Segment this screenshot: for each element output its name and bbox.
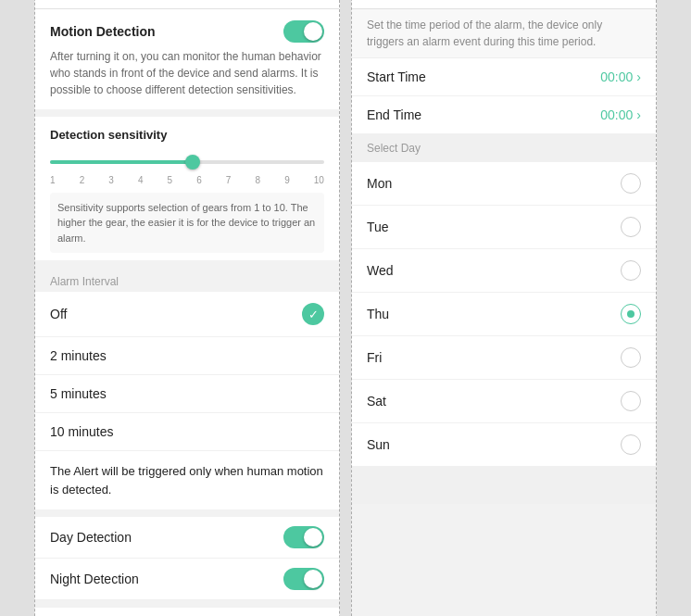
motion-detection-block: Motion Detection After turning it on, yo… [35, 9, 339, 109]
day-radio-sat[interactable] [621, 391, 641, 411]
day-radio-fri[interactable] [621, 347, 641, 368]
day-row-mon[interactable]: Mon [352, 162, 656, 206]
end-time-row[interactable]: End Time 00:00 › [352, 96, 656, 134]
motion-toggle[interactable] [283, 20, 324, 43]
motion-label: Motion Detection [50, 24, 156, 39]
day-label-fri: Fri [367, 350, 382, 365]
day-row-wed[interactable]: Wed [352, 249, 656, 293]
day-label-sat: Sat [367, 394, 386, 409]
motion-description: After turning it on, you can monitor the… [50, 48, 324, 98]
day-row-fri[interactable]: Fri [352, 336, 656, 380]
day-label-thu: Thu [367, 307, 389, 321]
slider-tick-9: 9 [284, 175, 290, 185]
night-detection-label: Night Detection [50, 572, 139, 586]
day-radio-mon[interactable] [621, 173, 641, 194]
motion-toggle-row: Motion Detection [50, 20, 324, 43]
slider-tick-2: 2 [80, 175, 85, 185]
slider-labels: 1 2 3 4 5 6 7 8 9 10 [50, 175, 324, 185]
slider-tick-5: 5 [168, 175, 173, 185]
day-row-sat[interactable]: Sat [352, 380, 656, 423]
alarm-10min-label: 10 minutes [50, 424, 113, 439]
end-time-value-wrapper[interactable]: 00:00 › [600, 107, 641, 122]
alarm-off-item[interactable]: Off [35, 292, 339, 337]
slider-tick-10: 10 [314, 175, 324, 185]
start-time-row[interactable]: Start Time 00:00 › [352, 58, 656, 96]
day-label-tue: Tue [367, 220, 389, 234]
end-time-label: End Time [367, 107, 421, 122]
day-row-tue[interactable]: Tue [352, 206, 656, 249]
day-label-wed: Wed [367, 263, 394, 278]
slider-thumb[interactable] [185, 155, 200, 170]
slider-wrapper[interactable] [50, 153, 324, 171]
sensitivity-note: Sensitivity supports selection of gears … [50, 193, 324, 254]
time-period-screen: < Set the Time Period ✓ Set the time per… [351, 0, 657, 616]
end-time-chevron-icon: › [636, 107, 641, 122]
left-content: Motion Detection After turning it on, yo… [35, 9, 339, 616]
right-header: < Set the Time Period ✓ [352, 0, 656, 9]
day-label-sun: Sun [367, 437, 390, 452]
alarm-2min-label: 2 minutes [50, 348, 107, 363]
day-radio-tue[interactable] [621, 217, 641, 237]
select-day-header: Select Day [352, 134, 656, 162]
right-content: Set the time period of the alarm, the de… [352, 9, 656, 616]
slider-tick-4: 4 [138, 175, 144, 185]
start-time-label: Start Time [367, 69, 426, 84]
alarm-10min-item[interactable]: 10 minutes [35, 413, 339, 451]
start-time-chevron-icon: › [636, 69, 641, 84]
alarm-2min-item[interactable]: 2 minutes [35, 337, 339, 375]
alert-note-block: The Alert will be triggered only when hu… [35, 451, 339, 509]
day-radio-thu[interactable] [621, 304, 641, 324]
day-radio-wed[interactable] [621, 260, 641, 281]
end-time-value: 00:00 [600, 107, 633, 122]
night-detection-toggle[interactable] [283, 568, 324, 590]
day-label-mon: Mon [367, 176, 392, 191]
left-header: < Motion Detection [35, 0, 339, 9]
slider-fill [50, 160, 193, 164]
slider-tick-1: 1 [50, 175, 56, 185]
day-detection-toggle[interactable] [283, 526, 324, 548]
sensitivity-block: Detection sensitivity 1 2 3 4 5 6 7 8 9 [35, 117, 339, 261]
alarm-off-check [302, 303, 324, 325]
day-row-thu[interactable]: Thu [352, 293, 656, 336]
day-detection-row: Day Detection [35, 517, 339, 559]
start-time-value: 00:00 [600, 69, 633, 84]
alert-note-text: The Alert will be triggered only when hu… [50, 462, 324, 498]
day-detection-label: Day Detection [50, 530, 132, 545]
alarm-5min-label: 5 minutes [50, 386, 107, 401]
bottom-spacer [352, 467, 656, 504]
day-row-sun[interactable]: Sun [352, 423, 656, 467]
start-time-value-wrapper[interactable]: 00:00 › [600, 69, 641, 84]
alarm-interval-header: Alarm Interval [35, 268, 339, 292]
alert-plan-row[interactable]: Alert Plan › [35, 608, 339, 616]
alarm-5min-item[interactable]: 5 minutes [35, 375, 339, 413]
night-detection-row: Night Detection [35, 559, 339, 600]
detection-rows: Day Detection Night Detection [35, 517, 339, 600]
slider-tick-3: 3 [108, 175, 114, 185]
info-banner: Set the time period of the alarm, the de… [352, 9, 656, 58]
sensitivity-label: Detection sensitivity [50, 128, 324, 142]
alarm-interval-list: Off 2 minutes 5 minutes 10 minutes [35, 292, 339, 451]
slider-tick-7: 7 [226, 175, 232, 185]
slider-tick-8: 8 [255, 175, 260, 185]
alarm-off-label: Off [50, 307, 67, 321]
slider-tick-6: 6 [196, 175, 202, 185]
motion-detection-screen: < Motion Detection Motion Detection Afte… [34, 0, 340, 616]
day-list: Mon Tue Wed Thu Fri [352, 162, 656, 467]
day-radio-sun[interactable] [621, 434, 641, 455]
